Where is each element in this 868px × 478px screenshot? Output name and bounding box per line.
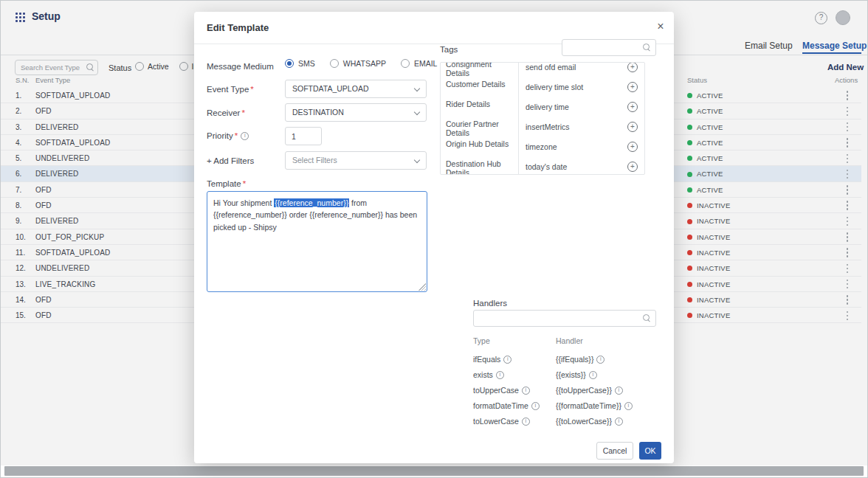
tag-row: Origin Hub Details timezone — [441, 136, 644, 156]
tag-category[interactable]: Courier Partner Details — [441, 116, 519, 136]
template-textarea[interactable]: Hi Your shipment {{reference_number}} fr… — [207, 191, 427, 292]
handler-value: {{exists}} — [556, 370, 597, 379]
info-icon[interactable] — [496, 371, 504, 379]
handler-type: toUpperCase — [473, 386, 556, 395]
priority-label: Priority* — [207, 131, 249, 140]
required-asterisk: * — [243, 179, 246, 188]
filters-value: Select Filters — [292, 152, 337, 169]
required-asterisk: * — [241, 108, 244, 117]
chevron-down-icon — [414, 109, 420, 115]
tag-row: Customer Details delivery time slot — [441, 76, 644, 96]
tag-category[interactable]: Origin Hub Details — [441, 136, 519, 156]
handler-row: ifEquals {{ifEquals}} — [473, 351, 656, 367]
chevron-down-icon — [414, 86, 420, 91]
handlers-table: Type Handler ifEquals {{ifEquals}} exist… — [473, 336, 656, 429]
add-filters-link[interactable]: + Add Filters — [207, 156, 254, 165]
info-icon[interactable] — [522, 418, 530, 426]
handlers-search-input[interactable] — [474, 311, 655, 326]
handler-type: formatDateTime — [473, 401, 556, 410]
close-icon[interactable]: × — [653, 19, 668, 34]
handler-type: toLowerCase — [473, 417, 556, 426]
message-medium-label: Message Medium — [207, 62, 274, 71]
template-label: Template* — [207, 179, 246, 188]
app-window: Setup ? Email Setup Message Setup Status… — [0, 0, 868, 478]
template-text-before: Hi Your shipment — [213, 198, 274, 207]
tag-row: Destination Hub Details today's date — [441, 156, 644, 175]
handler-row: toUpperCase {{toUpperCase}} — [473, 382, 656, 398]
info-icon[interactable] — [624, 402, 633, 410]
ok-button[interactable]: OK — [639, 442, 661, 460]
tag-row: Consignment Details send ofd email — [441, 62, 644, 76]
add-tag-icon[interactable] — [627, 122, 638, 132]
handler-row: formatDateTime {{formatDateTime}} — [473, 398, 656, 413]
message-medium-option[interactable]: WHATSAPP — [330, 59, 386, 68]
edit-template-modal: Edit Template × Message Medium SMS WHATS… — [194, 12, 674, 463]
info-icon[interactable] — [596, 356, 604, 364]
tags-search[interactable] — [562, 39, 656, 56]
search-icon — [643, 314, 651, 322]
info-icon[interactable] — [615, 418, 623, 426]
message-medium-option[interactable]: EMAIL — [401, 59, 438, 68]
tag-category[interactable]: Consignment Details — [441, 62, 519, 76]
tag-name: delivery time slot — [519, 76, 627, 96]
add-tag-icon[interactable] — [627, 82, 638, 92]
add-tag-icon[interactable] — [627, 102, 638, 112]
receiver-select[interactable]: DESTINATION — [285, 103, 427, 122]
tags-list: Consignment Details send ofd email Custo… — [440, 62, 645, 175]
receiver-label: Receiver* — [207, 108, 245, 117]
message-medium-option-label: WHATSAPP — [343, 59, 386, 68]
tag-row: Courier Partner Details insertMetrics — [441, 116, 644, 136]
required-asterisk: * — [235, 131, 238, 140]
cancel-button[interactable]: Cancel — [596, 442, 633, 460]
tag-row: Rider Details delivery time — [441, 96, 644, 116]
info-icon[interactable] — [503, 356, 512, 364]
handlers-search[interactable] — [473, 310, 656, 327]
info-icon[interactable] — [615, 387, 623, 395]
tag-category[interactable]: Destination Hub Details — [441, 156, 519, 175]
filters-select[interactable]: Select Filters — [285, 151, 427, 170]
event-type-label: Event Type* — [207, 85, 254, 94]
event-type-value: SOFTDATA_UPLOAD — [292, 80, 368, 97]
handler-type: ifEquals — [473, 355, 556, 364]
add-tag-icon[interactable] — [627, 162, 638, 172]
resize-handle[interactable] — [418, 283, 426, 291]
tag-name: today's date — [519, 156, 627, 175]
priority-input[interactable] — [285, 127, 322, 145]
handler-value: {{toLowerCase}} — [556, 417, 623, 426]
tags-label: Tags — [440, 45, 458, 54]
info-icon[interactable] — [589, 371, 597, 379]
radio-icon — [285, 59, 294, 68]
handler-value: {{ifEquals}} — [556, 355, 604, 364]
handler-value: {{formatDateTime}} — [556, 401, 633, 410]
tags-search-input[interactable] — [562, 40, 655, 55]
message-medium-option[interactable]: SMS — [285, 59, 315, 68]
horizontal-scrollbar[interactable] — [4, 466, 864, 476]
chevron-down-icon — [414, 157, 420, 163]
handlers-col-handler: Handler — [556, 336, 583, 351]
handler-value: {{toUpperCase}} — [556, 386, 623, 395]
add-tag-icon[interactable] — [627, 142, 638, 152]
tag-name: timezone — [519, 136, 627, 156]
search-icon — [643, 44, 651, 52]
tag-category[interactable]: Rider Details — [441, 96, 519, 116]
template-selected-text: {{reference_number}} — [274, 198, 349, 207]
handlers-table-header: Type Handler — [473, 336, 656, 351]
tag-name: send ofd email — [519, 62, 627, 76]
tag-name: insertMetrics — [519, 116, 627, 136]
handler-row: toLowerCase {{toLowerCase}} — [473, 413, 656, 429]
tag-name: delivery time — [519, 96, 627, 116]
info-icon[interactable] — [531, 402, 540, 410]
tag-category[interactable]: Customer Details — [441, 76, 519, 96]
modal-title: Edit Template — [207, 22, 269, 33]
message-medium-option-label: EMAIL — [414, 59, 438, 68]
message-medium-option-label: SMS — [298, 59, 315, 68]
info-icon[interactable] — [241, 132, 249, 140]
handler-type: exists — [473, 370, 556, 379]
info-icon[interactable] — [522, 387, 530, 395]
add-tag-icon[interactable] — [627, 62, 638, 72]
event-type-select[interactable]: SOFTDATA_UPLOAD — [285, 80, 427, 98]
handlers-col-type: Type — [473, 336, 556, 351]
handlers-label: Handlers — [473, 299, 507, 308]
receiver-value: DESTINATION — [292, 104, 344, 121]
required-asterisk: * — [250, 85, 253, 94]
